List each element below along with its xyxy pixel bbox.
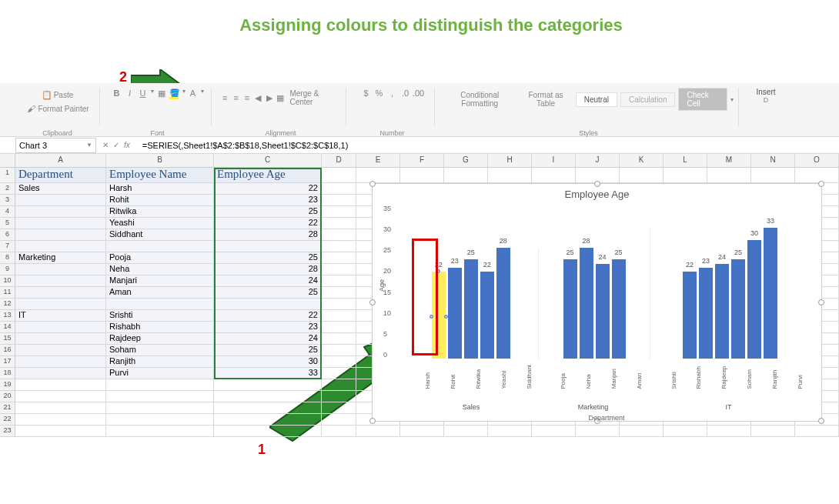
table-cell[interactable]: Ranjith	[106, 356, 214, 368]
align-top[interactable]: ≡	[220, 92, 229, 103]
italic-button[interactable]: I	[125, 88, 135, 98]
table-cell[interactable]: 24	[214, 333, 322, 345]
table-cell[interactable]: Siddhant	[106, 229, 214, 241]
align-mid[interactable]: ≡	[231, 92, 240, 103]
row-header[interactable]: 20	[0, 391, 15, 402]
row-header[interactable]: 19	[0, 379, 15, 391]
chart-title[interactable]: Employee Age	[373, 184, 821, 205]
resize-handle[interactable]	[818, 418, 824, 424]
table-cell[interactable]	[15, 195, 106, 206]
chart-bar[interactable]	[596, 264, 610, 359]
table-cell[interactable]	[15, 345, 106, 356]
percent-icon[interactable]: %	[374, 88, 385, 98]
table-cell[interactable]	[15, 264, 106, 275]
style-check-cell[interactable]: Check Cell	[678, 88, 727, 111]
chart-container[interactable]: Employee Age Age 35302520151050 22232522…	[372, 183, 822, 422]
table-cell[interactable]: Srishti	[106, 310, 214, 322]
currency-icon[interactable]: $	[361, 88, 372, 98]
row-header[interactable]: 7	[0, 241, 15, 252]
table-cell[interactable]: Aman	[106, 287, 214, 299]
table-cell[interactable]: Marketing	[15, 252, 106, 264]
bold-button[interactable]: B	[112, 88, 122, 98]
row-header[interactable]: 18	[0, 368, 15, 379]
format-as-table-button[interactable]: Format as Table	[519, 89, 572, 109]
enter-formula-icon[interactable]: ✓	[113, 141, 119, 149]
resize-handle[interactable]	[818, 181, 824, 187]
table-cell[interactable]	[15, 218, 106, 229]
chart-bar[interactable]	[480, 272, 494, 359]
row-header[interactable]: 9	[0, 264, 15, 275]
table-cell[interactable]: IT	[15, 310, 106, 322]
chart-bar[interactable]	[764, 228, 777, 359]
col-header[interactable]: A	[15, 154, 106, 167]
underline-button[interactable]: U	[138, 88, 149, 98]
row-header[interactable]: 6	[0, 229, 15, 241]
table-cell[interactable]: 30	[214, 356, 322, 368]
table-cell[interactable]: 22	[214, 183, 322, 195]
table-cell[interactable]: Rajdeep	[106, 333, 214, 345]
indent-dec[interactable]: ◀	[253, 92, 262, 103]
col-header[interactable]: B	[106, 154, 214, 167]
chart-plot-area[interactable]: Age 35302520151050 222325222825282425222…	[403, 205, 810, 359]
row-header[interactable]: 11	[0, 287, 15, 299]
conditional-formatting-button[interactable]: Conditional Formatting	[443, 89, 516, 109]
chart-bar[interactable]	[448, 268, 462, 359]
resize-handle[interactable]	[369, 299, 376, 305]
indent-inc[interactable]: ▶	[265, 92, 274, 103]
table-cell[interactable]: 23	[214, 195, 322, 206]
row-header[interactable]: 8	[0, 252, 15, 264]
table-cell[interactable]: Sales	[15, 183, 106, 195]
chevron-down-icon[interactable]: ▼	[86, 142, 92, 149]
table-cell[interactable]: 25	[214, 252, 322, 264]
table-cell[interactable]	[15, 333, 106, 345]
col-header[interactable]: M	[707, 154, 751, 167]
table-cell[interactable]	[15, 241, 106, 252]
comma-icon[interactable]: ,	[387, 88, 398, 98]
font-color-button[interactable]: A	[188, 88, 199, 98]
table-cell[interactable]: Purvi	[106, 368, 214, 379]
table-header[interactable]: Department	[15, 168, 106, 183]
format-painter-button[interactable]: 🖌Format Painter	[22, 102, 92, 115]
col-header[interactable]: D	[322, 154, 356, 167]
row-header[interactable]: 2	[0, 183, 15, 195]
table-cell[interactable]: 22	[214, 218, 322, 229]
select-all-corner[interactable]	[0, 154, 15, 167]
row-header[interactable]: 23	[0, 426, 15, 437]
col-header[interactable]: N	[751, 154, 795, 167]
row-header[interactable]: 16	[0, 345, 15, 356]
table-cell[interactable]	[214, 241, 322, 252]
resize-handle[interactable]	[369, 181, 376, 187]
resize-handle[interactable]	[369, 418, 376, 424]
table-cell[interactable]	[15, 322, 106, 333]
col-header[interactable]: L	[664, 154, 707, 167]
col-header[interactable]: F	[400, 154, 444, 167]
col-header[interactable]: J	[576, 154, 620, 167]
table-cell[interactable]: 28	[214, 229, 322, 241]
table-cell[interactable]	[214, 299, 322, 310]
col-header[interactable]: G	[444, 154, 488, 167]
align-bot[interactable]: ≡	[242, 92, 252, 103]
table-cell[interactable]: Rishabh	[106, 322, 214, 333]
cancel-formula-icon[interactable]: ✕	[102, 141, 109, 149]
insert-button[interactable]: Insert	[756, 88, 775, 96]
row-header[interactable]: 17	[0, 356, 15, 368]
table-cell[interactable]: Ritwika	[106, 206, 214, 218]
table-cell[interactable]: Yeashi	[106, 218, 214, 229]
table-cell[interactable]: 25	[214, 287, 322, 299]
name-box[interactable]: Chart 3▼	[15, 138, 96, 153]
table-cell[interactable]: 33	[214, 368, 322, 379]
table-cell[interactable]: 28	[214, 264, 322, 275]
table-cell[interactable]	[15, 356, 106, 368]
paste-button[interactable]: 📋Paste	[38, 88, 77, 102]
table-header[interactable]: Employee Age	[214, 168, 322, 183]
style-calculation[interactable]: Calculation	[620, 92, 675, 107]
col-header[interactable]: I	[532, 154, 576, 167]
row-header[interactable]: 12	[0, 299, 15, 310]
chart-bar[interactable]	[563, 259, 577, 359]
row-header[interactable]: 14	[0, 322, 15, 333]
chart-bar[interactable]	[612, 259, 626, 359]
col-header[interactable]: E	[356, 154, 400, 167]
col-header[interactable]: H	[488, 154, 532, 167]
table-cell[interactable]: 24	[214, 275, 322, 287]
chart-bar[interactable]	[683, 272, 697, 359]
